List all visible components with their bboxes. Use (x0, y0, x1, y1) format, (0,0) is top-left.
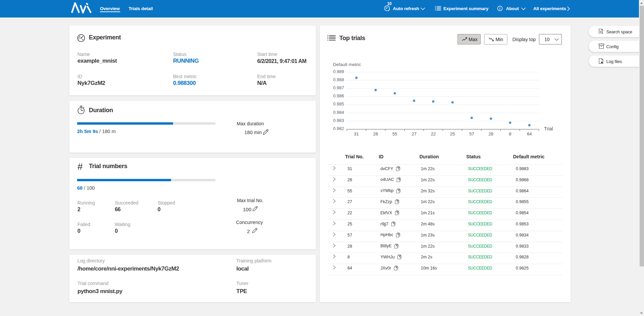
svg-text:57: 57 (469, 131, 474, 136)
svg-text:0.989: 0.989 (333, 69, 344, 74)
svg-text:27: 27 (412, 131, 416, 136)
svg-text:0.988: 0.988 (333, 77, 344, 82)
svg-text:0.983: 0.983 (333, 118, 344, 123)
svg-text:55: 55 (393, 131, 397, 136)
svg-text:0.982: 0.982 (333, 126, 344, 131)
svg-text:25: 25 (450, 131, 455, 136)
svg-text:31: 31 (354, 131, 359, 136)
svg-text:Default metric: Default metric (333, 62, 361, 67)
svg-text:8: 8 (509, 131, 511, 136)
svg-text:Trial: Trial (544, 126, 553, 131)
svg-text:0.987: 0.987 (333, 85, 344, 90)
svg-text:26: 26 (373, 131, 378, 136)
svg-text:28: 28 (488, 131, 493, 136)
svg-text:22: 22 (431, 131, 436, 136)
svg-text:64: 64 (527, 131, 532, 136)
svg-text:0.985: 0.985 (333, 101, 344, 106)
svg-text:0.984: 0.984 (333, 110, 344, 115)
svg-text:0.986: 0.986 (333, 93, 344, 98)
